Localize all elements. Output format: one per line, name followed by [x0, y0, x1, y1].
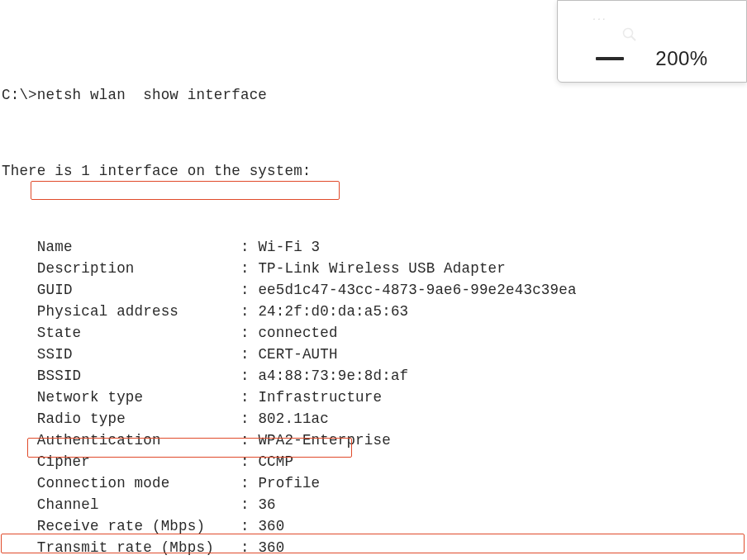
- field-value: 36: [258, 496, 275, 513]
- field-value: connected: [258, 325, 337, 341]
- field-separator: :: [231, 496, 258, 513]
- field-value: Wi-Fi 3: [258, 239, 320, 255]
- field-label: Cipher: [37, 453, 231, 470]
- field-indent: [2, 346, 37, 363]
- magnifier-panel[interactable]: ··· 200%: [557, 0, 747, 83]
- magnifier-title-row: ···: [558, 1, 746, 36]
- field-value: 24:2f:d0:da:a5:63: [258, 303, 408, 320]
- field-value: 360: [258, 539, 284, 556]
- field-indent: [2, 475, 37, 491]
- field-label: State: [37, 325, 231, 341]
- field-indent: [2, 389, 37, 406]
- svg-line-1: [631, 36, 635, 40]
- field-row: BSSID : a4:88:73:9e:8d:af: [2, 365, 747, 387]
- field-label: Receive rate (Mbps): [37, 518, 231, 534]
- field-separator: :: [231, 282, 258, 298]
- field-separator: :: [231, 475, 258, 491]
- field-value: TP-Link Wireless USB Adapter: [258, 260, 506, 277]
- field-label: Transmit rate (Mbps): [37, 539, 231, 556]
- field-separator: :: [231, 539, 258, 556]
- field-indent: [2, 411, 37, 427]
- field-row: Receive rate (Mbps) : 360: [2, 515, 747, 537]
- field-row: Channel : 36: [2, 494, 747, 515]
- field-row: Network type : Infrastructure: [2, 387, 747, 408]
- zoom-level: 200%: [655, 47, 707, 70]
- field-separator: :: [231, 518, 258, 534]
- field-label: Name: [37, 239, 231, 255]
- prompt: C:\>: [2, 87, 37, 103]
- field-value: CCMP: [258, 453, 293, 470]
- field-indent: [2, 453, 37, 470]
- field-row: State : connected: [2, 322, 747, 344]
- field-label: Connection mode: [37, 475, 231, 491]
- field-indent: [2, 368, 37, 384]
- field-separator: :: [231, 453, 258, 470]
- field-separator: :: [231, 260, 258, 277]
- field-indent: [2, 539, 37, 556]
- field-label: Network type: [37, 389, 231, 406]
- field-value: 802.11ac: [258, 411, 329, 427]
- field-label: Description: [37, 260, 231, 277]
- field-value: Infrastructure: [258, 389, 382, 406]
- svg-point-0: [624, 29, 633, 38]
- field-separator: :: [231, 303, 258, 320]
- field-label: SSID: [37, 346, 231, 363]
- field-separator: :: [231, 239, 258, 255]
- field-row: Description : TP-Link Wireless USB Adapt…: [2, 258, 747, 279]
- field-separator: :: [231, 346, 258, 363]
- field-row: Name : Wi-Fi 3: [2, 236, 747, 258]
- field-value: a4:88:73:9e:8d:af: [258, 368, 408, 384]
- field-separator: :: [231, 411, 258, 427]
- field-label: Authentication: [37, 432, 231, 448]
- command-line-1: C:\>netsh wlan show interface: [2, 84, 747, 106]
- field-indent: [2, 518, 37, 534]
- field-row: GUID : ee5d1c47-43cc-4873-9ae6-99e2e43c3…: [2, 279, 747, 301]
- field-row: Authentication : WPA2-Enterprise: [2, 429, 747, 451]
- field-row: Radio type : 802.11ac: [2, 408, 747, 429]
- field-indent: [2, 496, 37, 513]
- field-separator: :: [231, 389, 258, 406]
- field-row: Cipher : CCMP: [2, 451, 747, 472]
- summary-line: There is 1 interface on the system:: [2, 160, 747, 182]
- field-row: Connection mode : Profile: [2, 472, 747, 494]
- field-row: SSID : CERT-AUTH: [2, 344, 747, 365]
- terminal-output: C:\>netsh wlan show interface There is 1…: [0, 66, 747, 560]
- blank-line: [2, 122, 747, 144]
- field-separator: :: [231, 368, 258, 384]
- field-indent: [2, 282, 37, 298]
- field-indent: [2, 239, 37, 255]
- field-value: 360: [258, 518, 284, 534]
- magnifier-icon: [569, 11, 584, 26]
- field-label: Physical address: [37, 303, 231, 320]
- field-label: GUID: [37, 282, 231, 298]
- field-value: CERT-AUTH: [258, 346, 337, 363]
- field-indent: [2, 325, 37, 341]
- field-label: BSSID: [37, 368, 231, 384]
- blank-line: [2, 198, 747, 220]
- field-label: Radio type: [37, 411, 231, 427]
- command-text: netsh wlan show interface: [37, 87, 267, 103]
- field-value: Profile: [258, 475, 320, 491]
- field-separator: :: [231, 432, 258, 448]
- magnifier-title: ···: [592, 12, 607, 25]
- field-label: Channel: [37, 496, 231, 513]
- field-separator: :: [231, 325, 258, 341]
- field-indent: [2, 432, 37, 448]
- field-value: WPA2-Enterprise: [258, 432, 391, 448]
- field-indent: [2, 303, 37, 320]
- field-row: Transmit rate (Mbps) : 360: [2, 537, 747, 558]
- field-row: Physical address : 24:2f:d0:da:a5:63: [2, 301, 747, 322]
- field-indent: [2, 260, 37, 277]
- field-value: ee5d1c47-43cc-4873-9ae6-99e2e43c39ea: [258, 282, 576, 298]
